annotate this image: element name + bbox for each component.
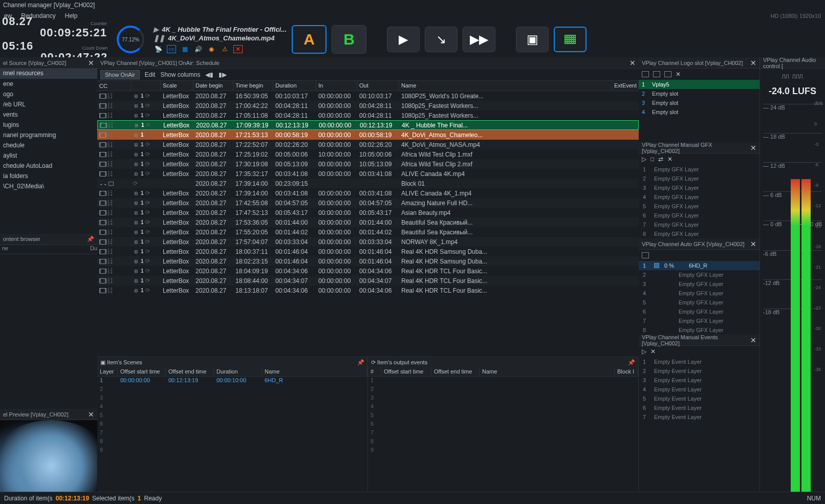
schedule-row[interactable]: 1 23 4⊞1 ⟳LetterBox2020.08.2718:13:18:07… <box>97 286 639 295</box>
event-row[interactable]: 4 <box>368 403 638 411</box>
schedule-row[interactable]: 1 23 4⊞1 ⟳LetterBox2020.08.2718:00:37:11… <box>97 247 639 256</box>
logo-list[interactable]: 1Vplay52Empty slot3Empty slot4Empty slot <box>639 80 759 117</box>
play-button[interactable]: ▶ <box>387 27 420 52</box>
play-icon[interactable]: ▷ <box>642 348 646 355</box>
gfx-layer[interactable]: 6Empty GFX Layer <box>639 211 759 220</box>
close-icon[interactable]: ✕ <box>750 59 756 67</box>
next-button[interactable]: ↘ <box>425 27 458 52</box>
close-icon[interactable]: ✕ <box>88 59 94 67</box>
checkbox-icon[interactable] <box>642 252 649 258</box>
edit-button[interactable]: Edit <box>145 71 156 78</box>
event-row[interactable]: 7 <box>368 429 638 437</box>
event-row[interactable]: 8 <box>368 437 638 446</box>
close-icon[interactable]: ✕ <box>88 410 94 419</box>
tree-item[interactable]: \CH_02\Media\ <box>0 181 97 191</box>
waveform-icon[interactable]: ⎍⎍ <box>782 73 789 80</box>
remove-icon[interactable]: ✕ <box>650 348 656 355</box>
scene-row[interactable]: 2 <box>97 385 367 394</box>
logo-slot[interactable]: 4Empty slot <box>639 107 759 117</box>
schedule-row[interactable]: 1 23 4⊞1 ⟳LetterBox2020.08.2717:35:32:17… <box>97 169 639 179</box>
manual-gfx-list[interactable]: 1Empty GFX Layer2Empty GFX Layer3Empty G… <box>639 165 759 238</box>
event-row[interactable]: 9 <box>368 446 638 455</box>
manual-events-list[interactable]: 1Empty Event Layer2Empty Event Layer3Emp… <box>639 357 759 422</box>
schedule-row[interactable]: ⌄⌄ ⟳2020.08.2717:39:14:0000:23:09:15Bloc… <box>97 179 639 188</box>
event-row[interactable]: 3 <box>368 394 638 403</box>
tree-item[interactable]: lugins <box>0 120 97 130</box>
sliders-icon[interactable]: ⎍⎍⎍ <box>792 73 803 80</box>
gfx-layer[interactable]: 10 %6HD_R <box>639 261 759 270</box>
logo-slot[interactable]: 2Empty slot <box>639 89 759 98</box>
gfx-layer[interactable]: 8Empty GFX Layer <box>639 325 759 335</box>
gfx-layer[interactable]: 8Empty GFX Layer <box>639 229 759 238</box>
gfx-layer[interactable]: 4Empty GFX Layer <box>639 289 759 298</box>
channel-a-button[interactable]: A <box>292 25 327 54</box>
gfx-layer[interactable]: 5Empty GFX Layer <box>639 298 759 307</box>
grid-icon[interactable]: ▦ <box>180 45 189 53</box>
scene-row[interactable]: 7 <box>97 429 367 437</box>
gfx-layer[interactable]: 1Empty GFX Layer <box>639 165 759 174</box>
schedule-row[interactable]: 1 23 4⊞1 ⟳LetterBox2020.08.2716:50:39:05… <box>97 91 639 101</box>
tree-item[interactable]: nanel programming <box>0 130 97 140</box>
schedule-row[interactable]: 1 23 4⊞1 ⟳LetterBox2020.08.2717:30:19:08… <box>97 159 639 169</box>
gfx-layer[interactable]: 6Empty Event Layer <box>639 403 759 412</box>
fastforward-button[interactable]: ▶▶ <box>463 27 495 52</box>
prev-icon[interactable]: ◀▮ <box>205 71 213 78</box>
schedule-row[interactable]: 1 23 4⊞1 ⟳LetterBox2020.08.2717:47:52:13… <box>97 208 639 217</box>
tree-item[interactable]: ogo <box>0 89 97 99</box>
close-icon[interactable]: ✕ <box>750 144 756 152</box>
play-icon[interactable]: ▷ <box>642 156 646 163</box>
schedule-row[interactable]: 1 23 4⊞1 ⟳LetterBox2020.08.2717:39:14:00… <box>97 188 639 198</box>
scene-row[interactable]: 8 <box>97 437 367 446</box>
logo-slot[interactable]: 1Vplay5 <box>639 80 759 89</box>
gfx-layer[interactable]: 4Empty Event Layer <box>639 385 759 394</box>
schedule-row[interactable]: 1 23 4⊞1 ⟳LetterBox2020.08.2718:02:23:15… <box>97 256 639 266</box>
warning-icon[interactable]: ⚠ <box>220 45 229 53</box>
gfx-layer[interactable]: 5Empty GFX Layer <box>639 202 759 211</box>
close-icon[interactable]: ✕ <box>750 336 756 344</box>
scene-row[interactable]: 100:00:00:0000:12:13:1900:00:10:006HD_R <box>97 377 367 385</box>
schedule-row[interactable]: 1 23 4⊞1 ⟳LetterBox2020.08.2717:22:52:07… <box>97 140 639 149</box>
tree-item[interactable]: chedule <box>0 140 97 150</box>
toggle-icon[interactable]: ⇄ <box>658 156 663 163</box>
gfx-layer[interactable]: 1Empty Event Layer <box>639 357 759 366</box>
matrix-button[interactable] <box>554 27 587 52</box>
error-icon[interactable]: ✕ <box>233 45 243 53</box>
auto-gfx-list[interactable]: 10 %6HD_R2Empty GFX Layer3Empty GFX Laye… <box>639 261 759 335</box>
cc-icon[interactable]: CC <box>167 45 176 53</box>
record-icon[interactable]: ◉ <box>207 45 216 53</box>
pin-icon[interactable]: 📌 <box>87 236 94 243</box>
gfx-layer[interactable]: 5Empty Event Layer <box>639 394 759 403</box>
tree-item[interactable]: /eb URL <box>0 99 97 109</box>
gfx-layer[interactable]: 2Empty GFX Layer <box>639 270 759 279</box>
btn2-icon[interactable] <box>653 71 660 77</box>
schedule-row[interactable]: 1 23 4⊞1 ⟳LetterBox2020.08.2717:57:04:07… <box>97 237 639 247</box>
gfx-layer[interactable]: 4Empty GFX Layer <box>639 192 759 202</box>
gfx-layer[interactable]: 7Empty GFX Layer <box>639 220 759 229</box>
filter-input[interactable]: nnel resources <box>0 69 97 79</box>
scene-row[interactable]: 6 <box>97 420 367 429</box>
schedule-row[interactable]: 1 23 4⊞1 ⟳LetterBox2020.08.2717:25:19:02… <box>97 149 639 159</box>
gfx-layer[interactable]: 3Empty GFX Layer <box>639 183 759 192</box>
logo-slot[interactable]: 3Empty slot <box>639 98 759 107</box>
pin-icon[interactable]: 📌 <box>357 359 364 366</box>
pin-icon[interactable]: 📌 <box>628 359 635 366</box>
stop-icon[interactable]: □ <box>650 156 654 163</box>
schedule-row[interactable]: 1 23 4⊞1 ⟳LetterBox2020.08.2718:08:44:00… <box>97 276 639 286</box>
schedule-row[interactable]: 1 23 4⊞1 ⟳LetterBox2020.08.2717:53:36:05… <box>97 217 639 227</box>
tree-item[interactable]: aylist <box>0 150 97 161</box>
tree-item[interactable]: vents <box>0 109 97 120</box>
scene-row[interactable]: 5 <box>97 411 367 420</box>
schedule-row[interactable]: 1 23 4⊞1 ⟳LetterBox2020.08.2717:21:53:13… <box>97 130 639 140</box>
event-row[interactable]: 1 <box>368 377 638 385</box>
channel-b-button[interactable]: B <box>332 25 366 54</box>
gfx-layer[interactable]: 2Empty GFX Layer <box>639 174 759 183</box>
gfx-layer[interactable]: 6Empty GFX Layer <box>639 307 759 316</box>
volume-icon[interactable]: 🔊 <box>193 45 203 53</box>
next-icon[interactable]: ▮▶ <box>219 71 227 78</box>
scene-row[interactable]: 3 <box>97 394 367 403</box>
close-icon[interactable]: ✕ <box>750 240 756 248</box>
schedule-row[interactable]: 1 23 4⊞1 ⟳LetterBox2020.08.2717:55:20:05… <box>97 227 639 237</box>
gfx-layer[interactable]: 3Empty Event Layer <box>639 376 759 385</box>
event-row[interactable]: 5 <box>368 411 638 420</box>
schedule-row[interactable]: 1 23 4⊞1 ⟳LetterBox2020.08.2717:42:55:08… <box>97 198 639 208</box>
